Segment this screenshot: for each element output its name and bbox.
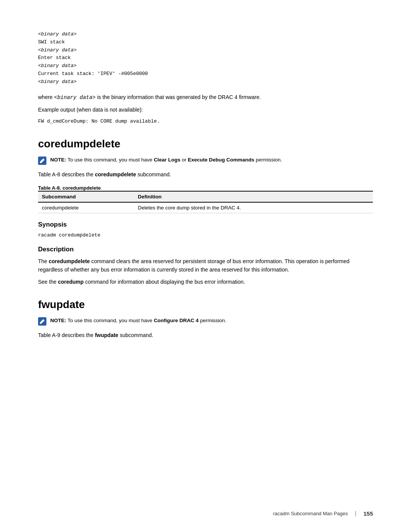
table-header-subcommand: Subcommand	[38, 191, 134, 202]
code-line-5: <binary data>	[38, 62, 373, 70]
section2-heading: fwupdate	[38, 299, 373, 311]
description-heading: Description	[38, 246, 373, 253]
top-code-block: <binary data> SWI stack <binary data> En…	[38, 30, 373, 86]
example-output-code: FW d_cmdCoreDump: No CORE dump available…	[38, 118, 373, 126]
section1-table-intro: Table A-8 describes the coredumpdelete s…	[38, 170, 373, 179]
coredumpdelete-table: Subcommand Definition coredumpdelete Del…	[38, 191, 373, 213]
code-line-1: <binary data>	[38, 30, 373, 38]
table-row: coredumpdelete Deletes the core dump sto…	[38, 202, 373, 213]
table-cell-definition: Deletes the core dump stored in the DRAC…	[134, 202, 373, 213]
note-icon	[38, 157, 46, 165]
code-line-4: Enter stack	[38, 54, 373, 62]
example-output-label: Example output (when data is not availab…	[38, 105, 373, 114]
table-caption: Table A-8. coredumpdelete	[38, 185, 373, 191]
footer-divider	[355, 511, 356, 516]
footer-page-number: 155	[363, 510, 373, 517]
note-icon-2	[38, 317, 46, 326]
description-para1: The coredumpdelete command clears the ar…	[38, 257, 373, 274]
note-text: NOTE: To use this command, you must have…	[50, 156, 373, 164]
pencil-icon-2	[40, 319, 45, 324]
where-text: where <binary data> is the binary inform…	[38, 93, 373, 102]
table-cell-subcommand: coredumpdelete	[38, 202, 134, 213]
note-text-2: NOTE: To use this command, you must have…	[50, 317, 373, 324]
code-line-2: SWI stack	[38, 38, 373, 46]
description-para2: See the coredump command for information…	[38, 278, 373, 286]
code-line-7: <binary data>	[38, 78, 373, 86]
footer-label: racadm Subcommand Man Pages	[273, 511, 348, 516]
page-container: <binary data> SWI stack <binary data> En…	[0, 0, 411, 532]
section2-table-intro: Table A-9 describes the fwupdate subcomm…	[38, 331, 373, 339]
section1-note: NOTE: To use this command, you must have…	[38, 156, 373, 165]
code-line-3: <binary data>	[38, 46, 373, 54]
page-footer: racadm Subcommand Man Pages 155	[273, 510, 373, 517]
table-header-definition: Definition	[134, 191, 373, 202]
section1-heading: coredumpdelete	[38, 138, 373, 150]
section2-note: NOTE: To use this command, you must have…	[38, 317, 373, 326]
code-line-6: Current task stack: 'IPEV' -#005e0000	[38, 70, 373, 78]
pencil-icon	[40, 158, 45, 163]
synopsis-heading: Synopsis	[38, 221, 373, 228]
synopsis-code: racadm coredumpdelete	[38, 232, 373, 238]
